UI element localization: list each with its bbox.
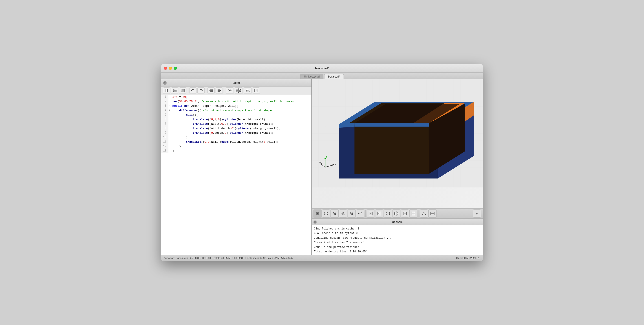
- console-header: ✕ Console: [312, 219, 483, 225]
- vp-orthographic-btn[interactable]: [428, 209, 436, 218]
- svg-point-65: [370, 213, 372, 214]
- status-viewport: Viewport: translate = [ 25.00 30.00 10.0…: [164, 257, 292, 259]
- svg-marker-76: [422, 212, 426, 215]
- console-title: Console: [392, 220, 402, 224]
- open-button[interactable]: [171, 87, 178, 94]
- indent-less-button[interactable]: [208, 87, 215, 94]
- editor-panel: ✕ Editor: [161, 79, 312, 219]
- fold-marker[interactable]: ⊟: [168, 104, 172, 108]
- vp-zoomout-btn[interactable]: [348, 209, 356, 218]
- code-line: 8 translate([width,depth,0])cylinder(h=h…: [161, 126, 312, 131]
- svg-marker-5: [202, 90, 203, 91]
- vp-perspective-btn[interactable]: [420, 209, 428, 218]
- code-line: 7 translate([width,0,0])cylinder(h=heigh…: [161, 122, 312, 126]
- svg-marker-9: [210, 90, 210, 91]
- fold-marker[interactable]: ⊟: [168, 113, 172, 117]
- vp-reset-btn[interactable]: [314, 209, 322, 218]
- fold-marker: [168, 126, 172, 131]
- svg-rect-3: [182, 91, 184, 92]
- fold-marker: [168, 99, 172, 104]
- line-number: 12: [161, 144, 168, 149]
- app-window: box.scad* Untitled.scad box.scad* ✕ Edit…: [161, 64, 483, 261]
- vp-expand-btn[interactable]: »: [473, 209, 481, 218]
- redo-button[interactable]: [198, 87, 204, 94]
- vp-zoomfit-btn[interactable]: [330, 209, 338, 218]
- fold-marker: [168, 149, 172, 153]
- vp-top-btn[interactable]: [401, 209, 409, 218]
- tab-boxscad[interactable]: box.scad*: [324, 74, 344, 79]
- new-button[interactable]: [163, 87, 170, 94]
- line-number: 4: [161, 108, 168, 113]
- code-content: translate([width,0,0])cylinder(h=height,…: [172, 122, 312, 126]
- line-number: 6: [161, 117, 168, 122]
- code-content: }: [172, 149, 312, 153]
- vp-bottom-btn[interactable]: [409, 209, 418, 218]
- fold-marker[interactable]: ⊟: [168, 108, 172, 113]
- console-line: Compiling design (CSG Products normaliza…: [314, 236, 480, 240]
- code-content: translate([0,0,0])cylinder(h=height,r=wa…: [172, 117, 312, 122]
- viewport-panel: Z X Y: [312, 79, 483, 219]
- line-number: 13: [161, 149, 168, 153]
- svg-marker-17: [238, 90, 240, 92]
- tab-untitled[interactable]: Untitled.scad: [300, 74, 323, 79]
- render-button[interactable]: [235, 87, 243, 94]
- editor-bottom-space: [161, 219, 312, 255]
- vp-view3d-btn[interactable]: [322, 209, 330, 218]
- preview-button[interactable]: [226, 87, 234, 94]
- line-number: 11: [161, 140, 168, 144]
- close-button[interactable]: [164, 67, 167, 70]
- editor-close-btn[interactable]: ✕: [163, 81, 166, 85]
- code-line: 13}: [161, 149, 312, 153]
- vp-zoomin-btn[interactable]: [339, 209, 347, 218]
- minimize-button[interactable]: [169, 67, 172, 70]
- undo-button[interactable]: [189, 87, 196, 94]
- code-content: module box(width, depth, height, wall){: [172, 104, 312, 108]
- console-close-btn[interactable]: ✕: [314, 220, 316, 224]
- maximize-button[interactable]: [174, 67, 177, 70]
- sep2: [206, 88, 206, 93]
- line-number: 7: [161, 122, 168, 126]
- vp-rotate-reset-btn[interactable]: [356, 209, 364, 218]
- fold-marker: [168, 144, 172, 149]
- viewport-toolbar: »: [312, 208, 483, 219]
- export-button[interactable]: [252, 87, 260, 94]
- fold-marker: [168, 135, 172, 140]
- editor-toolbar: STL: [161, 87, 312, 95]
- svg-marker-13: [220, 90, 221, 91]
- editor-title: Editor: [232, 81, 240, 85]
- code-line: 12 }: [161, 144, 312, 149]
- stl-button[interactable]: STL: [244, 87, 252, 94]
- save-button[interactable]: [179, 87, 186, 94]
- code-line: 11 translate([0,0,wall])cube([width,dept…: [161, 140, 312, 144]
- code-content: }: [172, 135, 312, 140]
- vp-back-btn[interactable]: [375, 209, 383, 218]
- code-content: hull(){: [172, 113, 312, 117]
- svg-line-61: [352, 214, 354, 215]
- traffic-lights: [164, 67, 177, 70]
- titlebar: box.scad*: [161, 64, 483, 73]
- code-editor[interactable]: 1$fn = 40;2box(50,60,20,2); // make a bo…: [161, 95, 312, 219]
- code-content: translate([width,depth,0])cylinder(h=hei…: [172, 126, 312, 131]
- code-line: 2box(50,60,20,2); // make a box with wid…: [161, 99, 312, 104]
- console-line: CGAL cache size in bytes: 0: [314, 231, 480, 235]
- console-output: CGAL Polyhedrons in cache: 0CGAL cache s…: [312, 225, 483, 255]
- code-content: $fn = 40;: [172, 95, 312, 99]
- bottom-section: ✕ Console CGAL Polyhedrons in cache: 0CG…: [161, 219, 483, 255]
- code-line: 3⊟module box(width, depth, height, wall)…: [161, 104, 312, 108]
- svg-marker-31: [354, 123, 429, 174]
- console-line: Total rendering time: 0:00:00.054: [314, 249, 480, 254]
- console-panel: ✕ Console CGAL Polyhedrons in cache: 0CG…: [312, 219, 483, 255]
- viewport-canvas[interactable]: Z X Y: [312, 79, 483, 208]
- tabbar: Untitled.scad box.scad*: [161, 73, 483, 79]
- line-number: 3: [161, 104, 168, 108]
- svg-text:Y: Y: [319, 161, 320, 164]
- indent-more-button[interactable]: [216, 87, 223, 94]
- vp-right-btn[interactable]: [392, 209, 400, 218]
- code-content: }: [172, 144, 312, 149]
- svg-line-53: [335, 214, 336, 215]
- vp-front-btn[interactable]: [367, 209, 375, 218]
- fold-marker: [168, 95, 172, 99]
- svg-marker-15: [229, 90, 231, 91]
- vp-left-btn[interactable]: [384, 209, 392, 218]
- fold-marker: [168, 117, 172, 122]
